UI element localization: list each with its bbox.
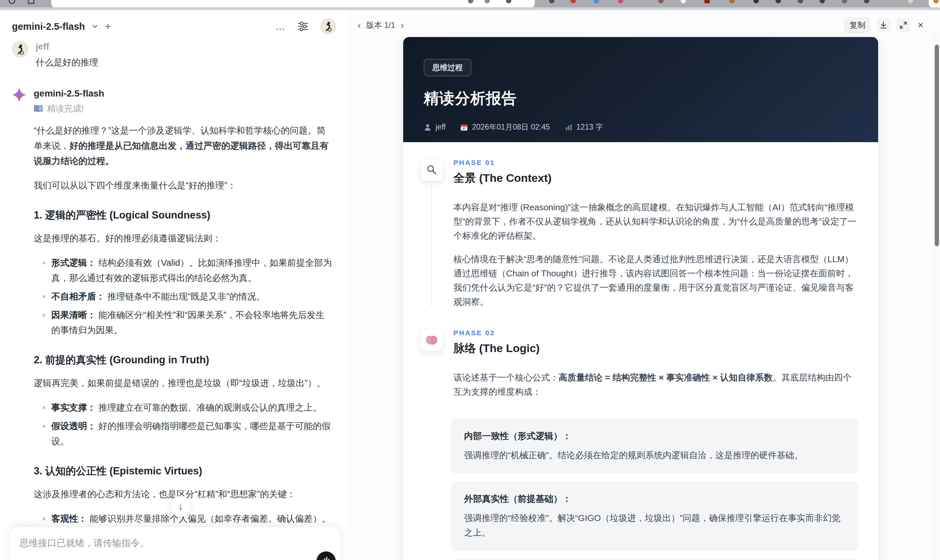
version-label: 版本 1/1 (366, 20, 395, 31)
card-body: 强调推理的“经验校准”。解决“GIGO（垃圾进，垃圾出）”问题，确保推理引擎运行… (464, 511, 845, 540)
paragraph: 我们可以从以下四个维度来衡量什么是“好的推理”： (34, 178, 333, 193)
browser-grid-icon[interactable] (28, 0, 34, 4)
model-selector[interactable]: gemini-2.5-flash (12, 21, 85, 32)
user-avatar[interactable] (320, 18, 336, 34)
download-button[interactable] (877, 18, 891, 32)
card-body: 强调推理的“机械正确”。结论必须在给定的规则系统内逻辑自洽，这是推理的硬件基础。 (464, 448, 845, 463)
phase-2-icon-card (421, 329, 443, 351)
new-chat-button[interactable]: + (105, 21, 111, 32)
report-card: 思维过程 精读分析报告 jeff (403, 37, 878, 560)
chevron-down-icon[interactable] (91, 23, 99, 31)
report-header: ‹ 版本 1/1 › 复制 (350, 10, 940, 34)
avatar (12, 41, 28, 57)
magnifier-icon (426, 164, 437, 175)
assistant-name: gemini-2.5-flash (34, 88, 334, 99)
logic-cards: 内部一致性（形式逻辑）： 强调推理的“机械正确”。结论必须在给定的规则系统内逻辑… (451, 419, 858, 560)
report-pane: ‹ 版本 1/1 › 复制 (350, 10, 940, 560)
card-title: 外部真实性（前提基础）： (464, 493, 845, 505)
message-composer[interactable]: 思维接口已就绪，请传输指令。 + (9, 527, 341, 560)
scrollbar-track[interactable] (932, 33, 940, 560)
composer-placeholder: 思维接口已就绪，请传输指令。 (20, 537, 331, 549)
paragraph: “什么是好的推理？”这是一个涉及逻辑学、认知科学和哲学核心的问题。简单来说，好的… (34, 123, 333, 169)
phase-title: 脉络 (The Logic) (453, 341, 858, 356)
browser-extension-icon[interactable] (842, 0, 847, 3)
bullet-dot (42, 425, 45, 428)
previous-version-button[interactable]: ‹ (358, 20, 361, 30)
download-icon (879, 21, 888, 29)
report-meta: jeff 17 2026年01月08日 02:45 (424, 122, 858, 132)
browser-extension-icon[interactable] (820, 0, 825, 3)
phase-paragraph: 该论述基于一个核心公式：高质量结论 = 结构完整性 × 事实准确性 × 认知自律… (453, 371, 858, 399)
browser-extension-icon[interactable] (594, 0, 599, 3)
paragraph: 逻辑再完美，如果前提是错误的，推理也是垃圾（即“垃圾进，垃圾出”）。 (34, 375, 333, 391)
report-actions: 复制 (844, 17, 923, 33)
phase-1-section: PHASE 01 全景 (The Context) 本内容是对“推理 (Reas… (403, 158, 860, 309)
more-options-button[interactable]: … (275, 25, 286, 28)
settings-sliders-icon[interactable] (297, 20, 309, 32)
phase-paragraph: 本内容是对“推理 (Reasoning)”这一抽象概念的高层建模。在知识爆炸与人… (453, 200, 858, 243)
user-icon (424, 123, 431, 131)
voice-input-button[interactable] (316, 551, 336, 560)
book-icon (34, 105, 43, 113)
user-message-text: 什么是好的推理 (36, 57, 334, 68)
version-nav: ‹ 版本 1/1 › (358, 20, 404, 31)
meta-date: 17 2026年01月08日 02:45 (460, 122, 550, 132)
phase-2-section: PHASE 02 脉络 (The Logic) 该论述基于一个核心公式：高质量结… (403, 329, 860, 560)
report-body: PHASE 01 全景 (The Context) 本内容是对“推理 (Reas… (403, 142, 878, 560)
next-version-button[interactable]: › (401, 20, 404, 30)
browser-extension-icon[interactable] (776, 0, 781, 3)
browser-extension-icon[interactable] (618, 0, 623, 3)
phase-label: PHASE 02 (453, 329, 858, 337)
scroll-to-bottom-button[interactable]: ↓ (170, 496, 191, 517)
browser-avatar-icon[interactable] (908, 0, 913, 3)
browser-extension-icon[interactable] (570, 0, 576, 3)
screen: gemini-2.5-flash + … (0, 0, 940, 560)
report-title: 精读分析报告 (424, 88, 858, 109)
browser-extension-icon[interactable] (729, 0, 735, 3)
browser-topbar (0, 0, 940, 10)
browser-extension-icon[interactable] (658, 0, 664, 3)
browser-extension-icon[interactable] (798, 0, 803, 3)
phase-title: 全景 (The Context) (453, 171, 858, 186)
user-name: jeff (36, 42, 334, 52)
list-item: 因果清晰： 能准确区分“相关性”和“因果关系”，不会轻率地将先后发生的事情归为因… (34, 308, 333, 338)
expand-icon (899, 21, 908, 29)
fullscreen-button[interactable] (896, 18, 910, 32)
close-panel-button[interactable]: × (917, 20, 923, 31)
section-heading: 1. 逻辑的严密性 (Logical Soundness) (34, 208, 333, 223)
brain-icon (426, 335, 438, 345)
browser-toolbar-band (0, 7, 940, 10)
card-title: 内部一致性（形式逻辑）： (464, 430, 845, 442)
assistant-message: gemini-2.5-flash 精读完成! “什么是好的推理？”这是一个涉及逻… (12, 87, 334, 560)
soccer-player-icon (322, 21, 334, 32)
chat-header: gemini-2.5-flash + … (0, 10, 349, 38)
assistant-status: 精读完成! (34, 103, 334, 114)
app-window: gemini-2.5-flash + … (0, 10, 940, 560)
user-message: jeff 什么是好的推理 (12, 41, 334, 68)
bullet-dot (42, 406, 45, 409)
phase-paragraph: 核心情境在于解决“思考的随意性”问题。不论是人类通过批判性思维进行决策，还是大语… (453, 252, 858, 309)
browser-extension-icon[interactable] (681, 0, 686, 3)
browser-extension-icon[interactable] (549, 0, 554, 3)
browser-extension-icon[interactable] (754, 0, 759, 3)
browser-extension-icon[interactable] (864, 0, 869, 3)
copy-button[interactable]: 复制 (844, 17, 871, 33)
bullet-dot (42, 517, 45, 520)
calendar-icon: 17 (460, 123, 468, 131)
chat-pane: gemini-2.5-flash + … (0, 10, 350, 560)
browser-extension-icon[interactable] (704, 0, 710, 3)
phase-1-icon-card (421, 158, 443, 181)
browser-tab[interactable] (51, 0, 535, 8)
timeline-line (431, 184, 431, 307)
list-item: 不自相矛盾： 推理链条中不能出现“既是又非”的情况。 (34, 289, 333, 304)
down-arrow-icon: ↓ (178, 501, 183, 512)
list-item: 事实支撑： 推理建立在可靠的数据、准确的观测或公认的真理之上。 (34, 400, 333, 415)
waveform-icon (321, 556, 331, 560)
meta-word-count: 1213 字 (565, 122, 603, 132)
status-text: 精读完成! (47, 103, 84, 114)
meta-author: jeff (424, 123, 445, 132)
browser-profile-icon[interactable] (9, 0, 15, 4)
scrollbar-thumb[interactable] (935, 45, 939, 246)
list-item: 假设透明： 好的推理会明确指明哪些是已知事实，哪些是基于可能的假设。 (34, 418, 333, 449)
bullet-dot (42, 314, 45, 317)
